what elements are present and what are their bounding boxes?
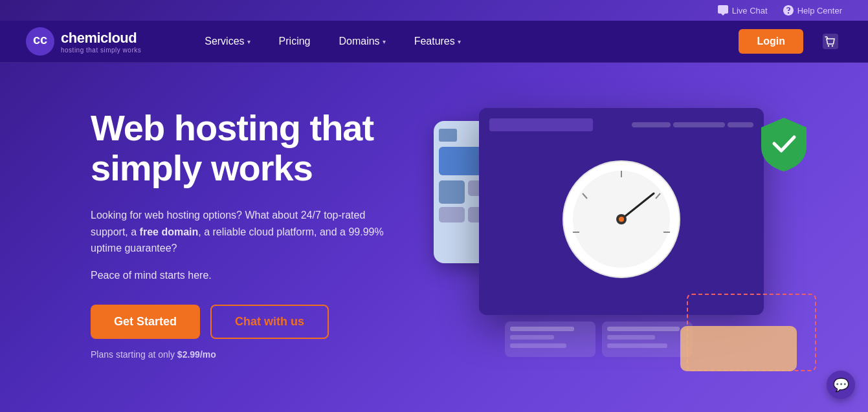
logo-icon: cc <box>26 27 54 56</box>
chat-icon <box>718 5 728 16</box>
nav-domains[interactable]: Domains ▾ <box>327 29 397 54</box>
get-started-button[interactable]: Get Started <box>91 305 200 339</box>
svg-point-10 <box>619 217 624 222</box>
services-chevron-icon: ▾ <box>247 38 250 45</box>
shield-badge <box>758 114 810 175</box>
content-card-2 <box>602 321 693 357</box>
logo-tagline: hosting that simply works <box>61 47 141 54</box>
logo-text: chemicloud hosting that simply works <box>61 30 141 54</box>
helpcenter-label: Help Center <box>797 6 842 16</box>
content-card-1 <box>505 321 595 357</box>
logo[interactable]: cc chemicloud hosting that simply works <box>26 27 141 56</box>
speedometer-svg <box>560 158 683 281</box>
chat-with-us-button[interactable]: Chat with us <box>210 305 329 339</box>
cart-button[interactable] <box>819 30 842 53</box>
hero-pricing-text: Plans starting at only $2.99/mo <box>91 349 440 360</box>
svg-point-3 <box>828 45 829 47</box>
browser-window <box>479 108 764 315</box>
main-nav: Services ▾ Pricing Domains ▾ Features ▾ … <box>193 29 842 54</box>
phone-grid-item-1 <box>439 180 465 204</box>
login-button[interactable]: Login <box>739 29 803 54</box>
domains-chevron-icon: ▾ <box>383 38 386 45</box>
browser-content <box>489 139 753 299</box>
logo-name: chemicloud <box>61 30 141 47</box>
browser-topbar <box>489 118 753 131</box>
svg-point-4 <box>832 45 833 47</box>
svg-text:cc: cc <box>33 32 47 47</box>
hero-peace-text: Peace of mind starts here. <box>91 270 440 281</box>
phone-logo-block <box>439 129 457 142</box>
shield-icon <box>758 114 810 173</box>
orange-card <box>680 326 797 371</box>
hero-buttons: Get Started Chat with us <box>91 305 440 339</box>
features-chevron-icon: ▾ <box>458 38 461 45</box>
nav-services[interactable]: Services ▾ <box>193 29 262 54</box>
browser-dots <box>632 122 753 127</box>
cart-icon <box>821 32 840 50</box>
nav-features[interactable]: Features ▾ <box>403 29 473 54</box>
helpcenter-link[interactable]: Help Center <box>783 5 842 16</box>
hero-content: Web hosting that simply works Looking fo… <box>91 95 440 360</box>
help-icon <box>783 5 794 16</box>
header: cc chemicloud hosting that simply works … <box>0 21 868 63</box>
chat-widget-button[interactable]: 💬 <box>827 371 855 399</box>
phone-grid-item-3 <box>439 207 465 222</box>
svg-rect-2 <box>823 34 838 49</box>
hero-illustration <box>453 95 829 410</box>
hero-section: Web hosting that simply works Looking fo… <box>0 63 868 410</box>
nav-pricing[interactable]: Pricing <box>267 29 322 54</box>
topbar: Live Chat Help Center <box>0 0 868 21</box>
livechat-label: Live Chat <box>732 6 768 16</box>
hero-description: Looking for web hosting options? What ab… <box>91 207 401 257</box>
livechat-link[interactable]: Live Chat <box>718 5 768 16</box>
hero-title: Web hosting that simply works <box>91 108 440 188</box>
content-rows <box>505 321 693 357</box>
chat-bubble-icon: 💬 <box>833 377 849 393</box>
browser-url-bar <box>489 118 593 131</box>
